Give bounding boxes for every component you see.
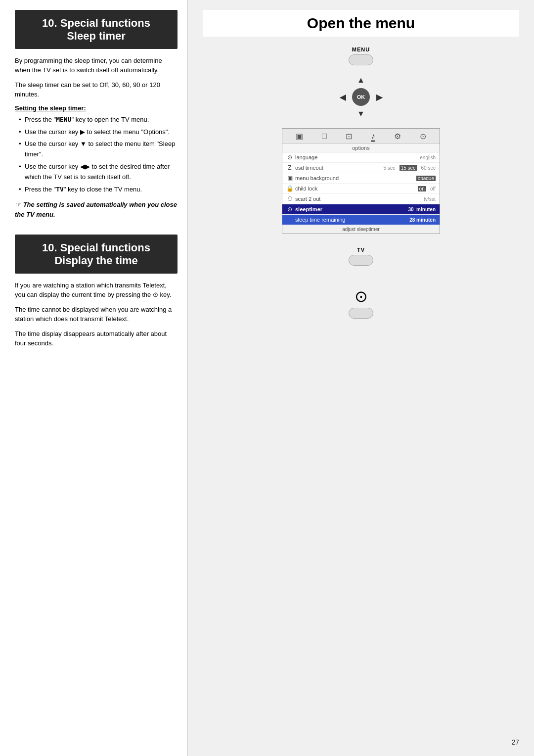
tv-key-label: TV — [349, 247, 373, 253]
sleeptimer-value: 30 minuten — [408, 207, 436, 212]
menu-icon-5: ⚙ — [394, 132, 401, 142]
sleep-timer-title-line2: Sleep timer — [20, 30, 173, 43]
tv-button-area: TV — [349, 247, 373, 267]
menu-footer: adjust sleeptimer — [282, 225, 440, 234]
menu-row-menu-bg: ▣ menu background opaque — [282, 173, 440, 184]
setting-sleep-timer-subtitle: Setting the sleep timer: — [15, 104, 178, 112]
nav-up-arrow[interactable]: ▲ — [357, 76, 365, 85]
sleep-timer-title-line1: 10. Special functions — [20, 17, 173, 30]
sleep-remaining-icon — [286, 216, 293, 223]
language-label: language — [295, 154, 317, 160]
menu-row-child-lock: 🔒 child lock on off — [282, 184, 440, 194]
child-lock-label: child lock — [295, 186, 317, 191]
remote-area: MENU ▲ ▼ ◀ ▶ OK ▣ □ ⊡ ♪ ⚙ ⊙ options — [203, 47, 519, 325]
right-column: Open the menu MENU ▲ ▼ ◀ ▶ OK ▣ □ ⊡ ♪ — [188, 0, 534, 756]
bullet-5: Press the "TV" key to close the TV menu. — [19, 185, 178, 195]
sleep-timer-intro2: The sleep timer can be set to Off, 30, 6… — [15, 80, 178, 99]
scart-icon: ⚇ — [286, 195, 293, 202]
menu-row-language: ⊙ language english — [282, 152, 440, 163]
menu-bg-icon: ▣ — [286, 175, 293, 182]
child-lock-icon: 🔒 — [286, 185, 293, 192]
display-time-body1: If you are watching a station which tran… — [15, 281, 178, 300]
display-time-body2: The time cannot be displayed when you ar… — [15, 305, 178, 324]
options-label: options — [282, 144, 440, 152]
nav-cluster: ▲ ▼ ◀ ▶ OK — [339, 75, 383, 119]
display-time-title-line2: Display the time — [20, 254, 173, 267]
menu-row-sleep-remaining: sleep time remaining 28 minuten — [282, 215, 440, 225]
bullet-1: Press the "MENU" key to open the TV menu… — [19, 115, 178, 125]
nav-down-arrow[interactable]: ▼ — [357, 109, 365, 118]
display-time-section: 10. Special functions Display the time I… — [15, 235, 178, 348]
menu-icon-4: ♪ — [371, 132, 375, 142]
bullet-4: Use the cursor key ◀▶ to set the desired… — [19, 162, 178, 183]
sleep-timer-bullets: Press the "MENU" key to open the TV menu… — [15, 115, 178, 195]
menu-row-scart: ⚇ scart 2 out tv/sat — [282, 194, 440, 204]
menu-row-osd-timeout: Z osd timeout 5 sec 15 sec 60 sec — [282, 163, 440, 173]
sleep-timer-note: ☞ The setting is saved automatically whe… — [15, 199, 178, 220]
display-time-header: 10. Special functions Display the time — [15, 235, 178, 274]
display-time-body3: The time display disappears automaticall… — [15, 329, 178, 348]
menu-remote-button[interactable] — [349, 54, 373, 65]
language-icon: ⊙ — [286, 154, 293, 161]
sleep-timer-header: 10. Special functions Sleep timer — [15, 10, 178, 49]
sleep-remaining-label: sleep time remaining — [295, 217, 346, 223]
osd-icon: Z — [286, 164, 293, 171]
menu-icon-1: ▣ — [296, 132, 303, 142]
menu-row-sleeptimer: ⊙ sleeptimer 30 minuten — [282, 204, 440, 215]
menu-icon-6: ⊙ — [420, 132, 426, 142]
language-value: english — [420, 155, 436, 160]
nav-right-arrow[interactable]: ▶ — [376, 93, 382, 102]
left-column: 10. Special functions Sleep timer By pro… — [0, 0, 188, 756]
sleep-timer-intro1: By programming the sleep timer, you can … — [15, 56, 178, 75]
menu-bg-value: opaque — [416, 176, 436, 181]
child-lock-value: on off — [418, 186, 436, 191]
menu-key-label: MENU — [349, 47, 373, 52]
sleep-remaining-value: 28 minuten — [409, 217, 436, 223]
menu-icon-2: □ — [322, 132, 327, 142]
scart-value: tv/sat — [424, 196, 436, 202]
page-number: 27 — [511, 738, 519, 746]
menu-screenshot: ▣ □ ⊡ ♪ ⚙ ⊙ options ⊙ language english Z… — [282, 128, 440, 234]
clock-button-area: ⊙ — [349, 287, 373, 320]
bullet-2: Use the cursor key ▶ to select the menu … — [19, 127, 178, 138]
sleeptimer-icon: ⊙ — [286, 206, 293, 213]
osd-value: 5 sec 15 sec 60 sec — [383, 165, 436, 171]
clock-remote-button[interactable] — [349, 308, 373, 319]
sleeptimer-label: sleeptimer — [295, 206, 322, 212]
open-menu-title: Open the menu — [307, 15, 415, 31]
display-time-title-line1: 10. Special functions — [20, 241, 173, 254]
bullet-3: Use the cursor key ▼ to select the menu … — [19, 139, 178, 160]
osd-label: osd timeout — [295, 165, 323, 171]
open-menu-header: Open the menu — [203, 10, 519, 37]
ok-button[interactable]: OK — [352, 88, 370, 106]
menu-bg-label: menu background — [295, 175, 339, 181]
menu-button-area: MENU — [349, 47, 373, 67]
tv-remote-button[interactable] — [349, 255, 373, 266]
scart-label: scart 2 out — [295, 196, 320, 202]
menu-icons-row: ▣ □ ⊡ ♪ ⚙ ⊙ — [282, 129, 440, 144]
nav-left-arrow[interactable]: ◀ — [340, 93, 346, 102]
clock-icon: ⊙ — [349, 287, 373, 306]
menu-icon-3: ⊡ — [346, 132, 352, 142]
